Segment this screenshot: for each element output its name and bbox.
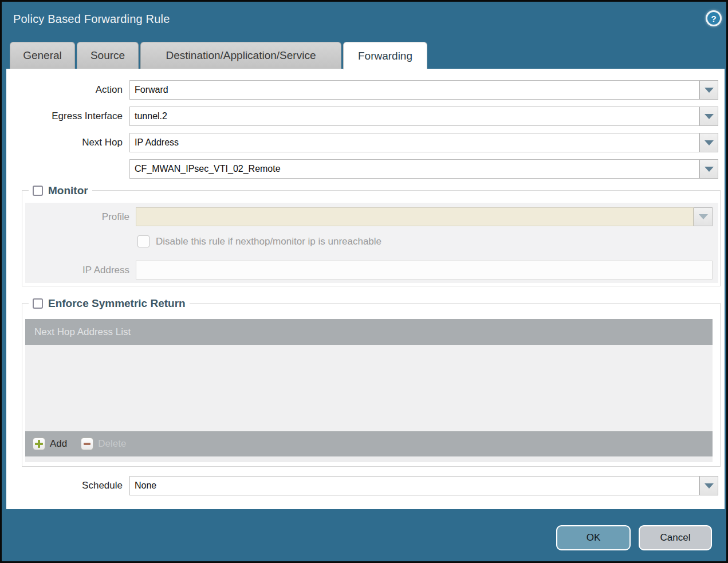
monitor-profile-label: Profile (22, 207, 129, 226)
chevron-down-icon (699, 214, 708, 219)
page-title: Policy Based Forwarding Rule (13, 13, 170, 26)
ok-button[interactable]: OK (556, 525, 631, 550)
delete-button[interactable]: Delete (81, 438, 126, 450)
chevron-down-icon (705, 140, 714, 145)
next-hop-type-dropdown-button[interactable] (699, 133, 718, 152)
chevron-down-icon (705, 88, 714, 93)
minus-icon (81, 438, 93, 450)
chevron-down-icon (705, 483, 714, 489)
cancel-button[interactable]: Cancel (639, 525, 712, 550)
table-header: Next Hop Address List (25, 319, 713, 345)
tab-bar: General Source Destination/Application/S… (10, 42, 429, 69)
next-hop-label: Next Hop (6, 133, 123, 152)
schedule-dropdown-button[interactable] (699, 476, 718, 495)
monitor-legend: Monitor (29, 184, 92, 198)
symmetric-return-group: Enforce Symmetric Return Next Hop Addres… (22, 303, 721, 467)
tab-general[interactable]: General (10, 42, 75, 69)
next-hop-type-input[interactable] (129, 133, 699, 152)
action-label: Action (6, 80, 123, 100)
add-button[interactable]: Add (33, 438, 67, 450)
forwarding-tab-panel: Action Egress Interface Next Hop Monitor (6, 69, 725, 509)
action-input[interactable] (129, 80, 699, 100)
tab-source[interactable]: Source (77, 42, 139, 69)
symmetric-return-legend-label: Enforce Symmetric Return (48, 297, 186, 310)
next-hop-address-list-table: Next Hop Address List Add Delete (25, 319, 713, 462)
table-body-empty (25, 345, 713, 431)
chevron-down-icon (705, 114, 714, 119)
help-button[interactable]: ? (706, 10, 722, 26)
tab-forwarding[interactable]: Forwarding (343, 42, 427, 69)
chevron-down-icon (705, 167, 714, 172)
table-header-label: Next Hop Address List (34, 326, 131, 338)
tab-destination-application-service[interactable]: Destination/Application/Service (140, 42, 341, 69)
symmetric-return-checkbox[interactable] (33, 298, 43, 309)
table-bottom-strip (25, 456, 713, 462)
egress-interface-label: Egress Interface (6, 107, 123, 126)
monitor-group: Monitor Profile Disable this rule if nex… (22, 190, 721, 286)
monitor-ip-address-input[interactable] (136, 261, 713, 279)
table-toolbar: Add Delete (25, 431, 713, 456)
monitor-checkbox[interactable] (33, 186, 43, 196)
schedule-label: Schedule (6, 476, 123, 495)
egress-interface-input[interactable] (129, 107, 699, 126)
question-icon: ? (711, 14, 716, 23)
plus-icon (33, 438, 45, 450)
monitor-profile-input[interactable] (136, 207, 694, 226)
disable-rule-checkbox[interactable] (137, 235, 149, 247)
monitor-legend-label: Monitor (48, 184, 88, 197)
disable-rule-label: Disable this rule if nexthop/monitor ip … (156, 235, 454, 248)
next-hop-address-dropdown-button[interactable] (699, 159, 718, 179)
symmetric-return-legend: Enforce Symmetric Return (29, 297, 190, 310)
next-hop-address-input[interactable] (129, 159, 699, 179)
delete-button-label: Delete (98, 438, 126, 450)
pbf-rule-dialog: Policy Based Forwarding Rule ? General S… (0, 0, 728, 563)
monitor-profile-dropdown-button[interactable] (694, 207, 713, 226)
add-button-label: Add (50, 438, 67, 450)
egress-interface-dropdown-button[interactable] (699, 107, 718, 126)
monitor-ip-address-label: IP Address (22, 261, 129, 279)
schedule-input[interactable] (129, 476, 699, 495)
action-dropdown-button[interactable] (699, 80, 718, 100)
